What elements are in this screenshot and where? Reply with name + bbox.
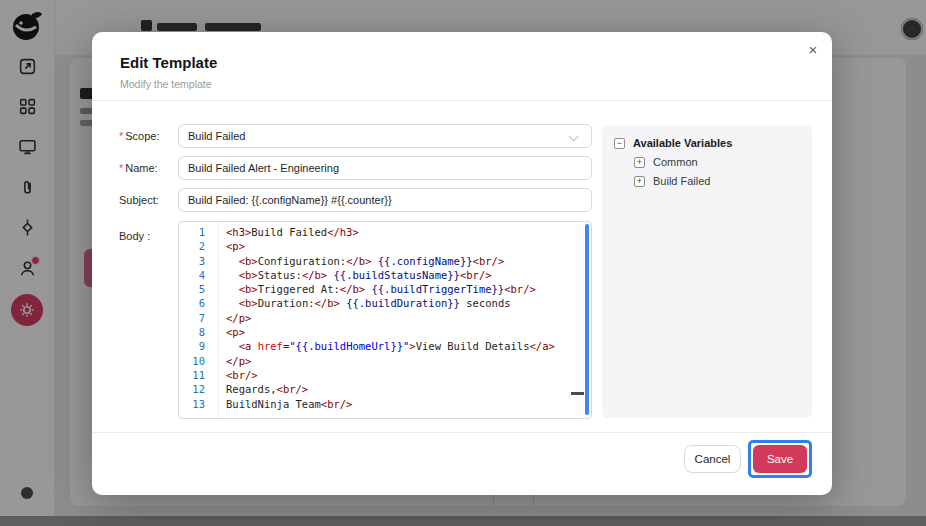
required-mark: * — [119, 162, 123, 174]
tree-item-common[interactable]: +Common — [634, 154, 698, 170]
code-line: <br/> — [226, 368, 591, 382]
code-line: <p> — [226, 325, 591, 339]
footer-divider — [92, 432, 832, 433]
modal-subtitle: Modify the template — [120, 78, 212, 90]
modal-title: Edit Template — [120, 54, 217, 71]
scope-label: *Scope: — [119, 124, 177, 148]
editor-vertical-scrollbar[interactable] — [585, 224, 589, 415]
header-divider — [92, 100, 832, 101]
code-line: </p> — [226, 311, 591, 325]
tree-root-row[interactable]: − Available Variables — [614, 135, 732, 151]
save-button[interactable]: Save — [753, 445, 807, 473]
editor-gutter: 12345678910111213 — [179, 222, 219, 418]
tree-item-label: Common — [653, 156, 698, 168]
code-line: Regards,<br/> — [226, 382, 591, 396]
save-focus-ring: Save — [748, 440, 812, 478]
code-line: <p> — [226, 239, 591, 253]
edit-template-modal: × Edit Template Modify the template *Sco… — [92, 32, 832, 495]
tree-item-label: Build Failed — [653, 175, 710, 187]
close-icon[interactable]: × — [802, 38, 824, 60]
code-line: <b>Duration:</b> {{.buildDuration}} seco… — [226, 296, 591, 310]
subject-label: Subject: — [119, 188, 177, 212]
editor-code[interactable]: <h3>Build Failed</h3><p> <b>Configuratio… — [219, 222, 591, 418]
body-label: Body : — [119, 224, 177, 248]
code-line: <b>Configuration:</b> {{.configName}}<br… — [226, 254, 591, 268]
code-line: <h3>Build Failed</h3> — [226, 225, 591, 239]
name-input[interactable] — [178, 156, 592, 180]
collapse-icon[interactable]: − — [614, 138, 625, 149]
expand-icon[interactable]: + — [634, 157, 645, 168]
required-mark: * — [119, 130, 123, 142]
name-label: *Name: — [119, 156, 177, 180]
expand-icon[interactable]: + — [634, 176, 645, 187]
editor-horizontal-scroll-thumb[interactable] — [571, 392, 584, 395]
code-line: </p> — [226, 354, 591, 368]
scope-select[interactable] — [178, 124, 592, 148]
code-line: <b>Status:</b> {{.buildStatusName}}<br/> — [226, 268, 591, 282]
tree-item-build-failed[interactable]: +Build Failed — [634, 173, 710, 189]
code-line: BuildNinja Team<br/> — [226, 397, 591, 411]
subject-input[interactable] — [178, 188, 592, 212]
code-line: <b>Triggered At:</b> {{.buildTriggerTime… — [226, 282, 591, 296]
code-line: <a href="{{.buildHomeUrl}}">View Build D… — [226, 339, 591, 353]
cancel-button[interactable]: Cancel — [684, 445, 741, 473]
tree-root-label: Available Variables — [633, 137, 732, 149]
available-variables-panel: − Available Variables +Common+Build Fail… — [602, 125, 812, 418]
body-code-editor[interactable]: 12345678910111213 <h3>Build Failed</h3><… — [178, 221, 592, 419]
